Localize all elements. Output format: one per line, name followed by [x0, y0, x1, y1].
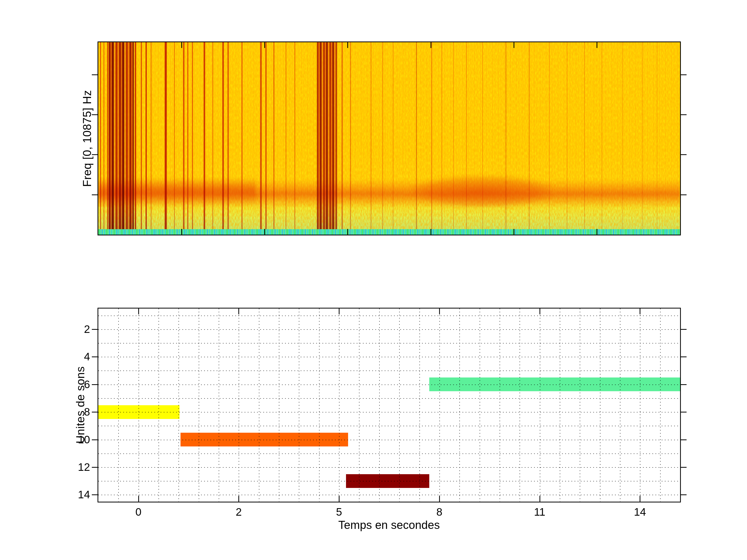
grid-line-vertical [640, 309, 640, 502]
gantt-ylabel: Unites de sons [74, 366, 87, 444]
gantt-y-tick-mark [92, 329, 98, 330]
gantt-y-tick-mark [92, 495, 98, 495]
grid-line-vertical [499, 309, 500, 502]
gantt-y-tick-mark [681, 384, 687, 385]
gantt-x-tick-mark [640, 309, 640, 314]
spectral-streak [549, 42, 550, 235]
spectral-streak [174, 42, 175, 235]
grid-line-horizontal [98, 316, 680, 316]
spectral-streak [141, 42, 142, 235]
spectrogram-x-tick-mark [514, 42, 514, 48]
grid-line-vertical [239, 309, 239, 502]
spectrogram-y-tick-mark [681, 74, 687, 75]
spectrogram-y-tick-mark [681, 114, 687, 115]
spectrogram-x-tick-mark [597, 42, 597, 48]
grid-line-horizontal [98, 384, 680, 385]
grid-line-horizontal [98, 343, 680, 344]
gantt-y-tick-mark [681, 495, 687, 495]
grid-line-vertical [660, 309, 661, 502]
gantt-x-tick-mark [238, 496, 239, 502]
grid-line-vertical [399, 309, 400, 502]
gantt-x-tick-mark [339, 496, 339, 502]
spectral-streak [187, 42, 188, 235]
grid-line-vertical [118, 309, 119, 502]
spectral-streak [222, 42, 224, 235]
spectrogram-x-tick-mark [181, 42, 182, 48]
gantt-y-tick-mark [92, 384, 98, 385]
grid-line-vertical [439, 309, 440, 502]
spectral-streak [416, 42, 417, 235]
spectral-streak [103, 42, 104, 235]
grid-line-horizontal [98, 329, 680, 330]
grid-line-vertical [319, 309, 319, 502]
grid-line-vertical [580, 309, 580, 502]
grid-line-vertical [379, 309, 380, 502]
spectral-streak [657, 42, 658, 235]
gantt-y-tick-mark [92, 356, 98, 357]
spectral-streak [286, 42, 286, 235]
gantt-y-tick-mark [681, 439, 687, 440]
y-tick-label: 12 [78, 461, 90, 473]
grid-line-vertical [359, 309, 360, 502]
grid-line-vertical [560, 309, 560, 502]
spectrogram-x-tick-mark [347, 42, 348, 48]
grid-line-vertical [419, 309, 420, 502]
gantt-x-tick-mark [439, 309, 440, 314]
spectrogram-y-tick-mark [92, 194, 98, 195]
spectral-streak [192, 42, 193, 235]
x-tick-label: 2 [236, 506, 242, 518]
x-tick-label: 14 [634, 506, 646, 518]
gantt-x-tick-mark [138, 496, 139, 502]
spectrogram-silence-band [98, 229, 680, 235]
spectral-streak [371, 42, 371, 235]
spectral-streak [584, 42, 585, 235]
y-tick-label: 2 [84, 323, 90, 336]
grid-line-vertical [199, 309, 199, 502]
spectral-streak [567, 42, 568, 235]
grid-line-vertical [620, 309, 620, 502]
spectrogram-y-tick-mark [681, 194, 687, 195]
gantt-y-tick-mark [681, 412, 687, 412]
spectral-streak [350, 42, 351, 235]
spectral-streak [342, 42, 343, 235]
grid-line-horizontal [98, 481, 680, 481]
gantt-x-tick-mark [540, 309, 540, 314]
gantt-x-tick-mark [138, 309, 139, 314]
grid-line-horizontal [98, 357, 680, 357]
spectral-streak [393, 42, 393, 235]
spectral-streak [165, 42, 167, 235]
grid-line-horizontal [98, 412, 680, 412]
spectrogram-x-tick-mark [431, 42, 431, 48]
grid-line-horizontal [98, 426, 680, 426]
spectrogram-x-tick-mark [264, 229, 265, 235]
spectral-streak [135, 42, 136, 235]
grid-line-vertical [480, 309, 480, 502]
grid-line-vertical [339, 309, 339, 502]
gantt-x-tick-mark [640, 496, 640, 502]
spectral-streak [241, 42, 242, 235]
spectrogram-axes [98, 42, 681, 235]
grid-line-vertical [600, 309, 600, 502]
spectrogram-x-tick-mark [181, 229, 182, 235]
gantt-y-tick-mark [681, 467, 687, 468]
spectrogram-y-tick-mark [92, 154, 98, 155]
spectral-streak [453, 42, 454, 235]
spectrogram-y-tick-mark [92, 74, 98, 75]
gantt-y-tick-mark [92, 467, 98, 468]
grid-line-vertical [459, 309, 460, 502]
grid-line-vertical [279, 309, 279, 502]
spectrogram-ylabel: Freq [0, 10875] Hz [81, 90, 94, 187]
spectral-streak-cluster [317, 42, 337, 235]
spectrogram-y-tick-mark [681, 154, 687, 155]
spectral-streak [260, 42, 262, 235]
grid-line-vertical [540, 309, 540, 502]
spectral-streak [107, 42, 108, 235]
spectral-streak [601, 42, 602, 235]
spectrogram-x-tick-mark [264, 42, 265, 48]
grid-line-horizontal [98, 398, 680, 399]
matlab-figure: { "figure": { "background_color": "#ffff… [0, 0, 747, 560]
spectral-streak [265, 42, 267, 235]
gantt-x-tick-mark [339, 309, 339, 314]
gantt-x-tick-mark [238, 309, 239, 314]
spectral-streak [622, 42, 623, 235]
